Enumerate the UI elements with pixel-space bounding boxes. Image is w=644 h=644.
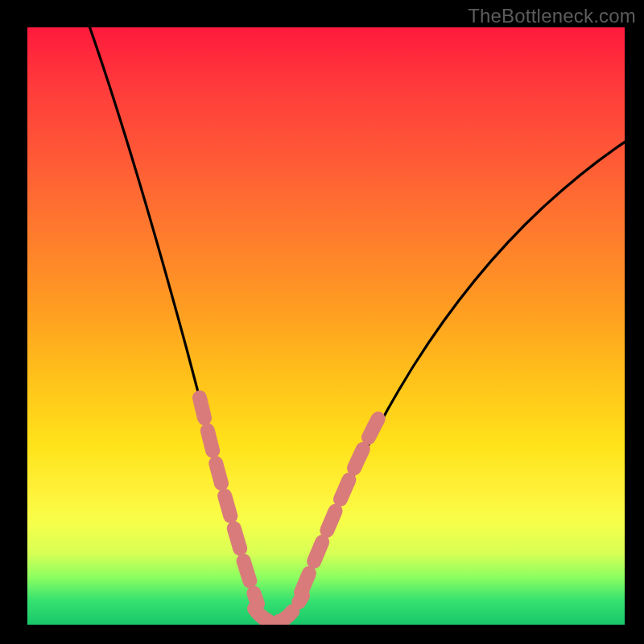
chart-frame: TheBottleneck.com <box>0 0 644 644</box>
watermark-text: TheBottleneck.com <box>468 5 636 27</box>
plot-area <box>27 27 625 625</box>
highlight-right <box>301 415 380 592</box>
highlight-trough <box>254 596 303 621</box>
curve-svg <box>27 27 625 625</box>
highlight-left <box>200 398 258 604</box>
bottleneck-curve <box>87 27 625 623</box>
